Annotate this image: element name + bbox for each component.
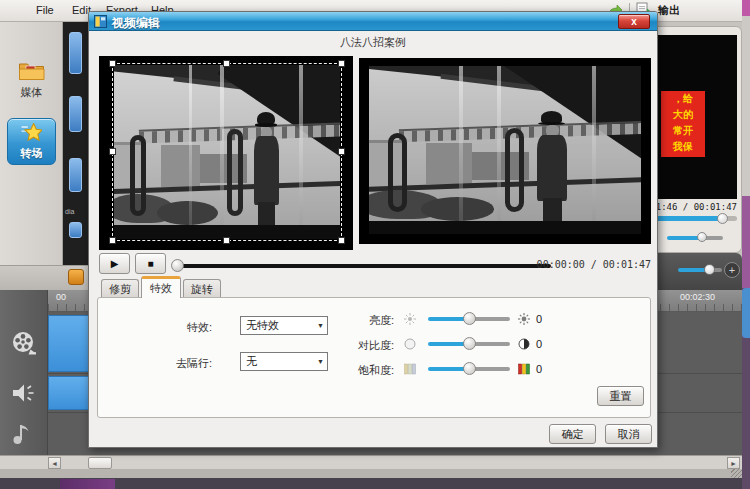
subtitle-overlay: ，给 大的 常开 我保 — [661, 91, 705, 157]
video-frame-scene — [369, 66, 641, 234]
brightness-low-icon — [404, 313, 416, 325]
track-headers — [0, 290, 48, 455]
volume-slider[interactable] — [667, 236, 723, 240]
effect-value: 无特效 — [246, 319, 279, 331]
clip-title: 八法八招案例 — [89, 35, 657, 50]
deinterlace-value: 无 — [246, 355, 257, 367]
desktop-edge-right — [742, 0, 750, 489]
saturation-slider[interactable] — [428, 367, 510, 371]
subtitle-line: 我保 — [661, 139, 705, 155]
scene-shape — [369, 221, 641, 234]
scene-shape — [505, 128, 524, 212]
desktop-wallpaper — [60, 479, 115, 489]
scroll-right-button[interactable]: ► — [727, 457, 740, 469]
library-item-label: dia — [65, 208, 74, 215]
dialog-icon — [94, 15, 107, 28]
ruler-start-label: 00 — [56, 292, 66, 302]
play-button[interactable]: ▶ — [99, 253, 130, 274]
menu-file[interactable]: File — [36, 4, 54, 16]
effect-label: 特效: — [138, 320, 212, 335]
output-button[interactable]: 输出 — [658, 3, 680, 18]
tab-effects[interactable]: 特效 — [141, 276, 181, 298]
volume-handle[interactable] — [697, 232, 707, 242]
scene-shape — [114, 225, 340, 239]
saturation-label: 饱和度: — [294, 363, 394, 378]
subtitle-line: 大的 — [661, 107, 705, 123]
media-label: 媒体 — [0, 85, 63, 100]
resize-grip[interactable] — [731, 469, 742, 478]
contrast-value: 0 — [536, 338, 542, 350]
status-bar — [0, 469, 742, 478]
scene-shape — [157, 201, 218, 225]
library-thumbnail[interactable] — [69, 32, 82, 74]
scene-shape — [227, 129, 243, 216]
star-icon — [21, 123, 42, 143]
zoom-handle[interactable] — [704, 264, 715, 275]
library-thumbnail[interactable] — [69, 158, 82, 192]
contrast-slider[interactable] — [428, 342, 510, 346]
brightness-high-icon — [518, 313, 530, 325]
scene-shape — [426, 143, 472, 183]
scene-shape — [388, 133, 407, 212]
subtitle-line: ，给 — [661, 91, 705, 107]
timeline-tool-icon[interactable] — [68, 269, 84, 285]
cancel-button[interactable]: 取消 — [605, 424, 652, 444]
stop-button[interactable]: ■ — [135, 253, 166, 274]
dialog-time-display: 00:00:00 / 00:01:47 — [469, 259, 651, 270]
ruler-time-label: 00:02:30 — [680, 292, 715, 302]
left-sidebar: 媒体 转场 — [0, 22, 63, 288]
video-frame-scene — [114, 65, 340, 239]
contrast-handle[interactable] — [463, 337, 476, 350]
video-edit-dialog: 视频编辑 x 八法八招案例 — [88, 11, 658, 448]
media-button[interactable]: 媒体 — [0, 60, 63, 118]
close-button[interactable]: x — [618, 14, 650, 29]
contrast-low-icon — [404, 338, 416, 350]
scene-shape — [497, 66, 501, 234]
library-thumbnail[interactable] — [69, 222, 82, 238]
tab-trim[interactable]: 修剪 — [101, 279, 139, 298]
brightness-slider[interactable] — [428, 317, 510, 321]
saturation-high-icon — [518, 363, 530, 375]
app-window: File Edit Export Help 输出 媒体 — [0, 0, 750, 489]
desktop-wallpaper — [742, 0, 750, 16]
scene-shape — [161, 145, 199, 187]
brightness-value: 0 — [536, 313, 542, 325]
library-thumbnail[interactable] — [69, 96, 82, 132]
timeline-scrollbar[interactable]: ◄ ► — [0, 455, 742, 469]
scene-shape — [220, 65, 224, 239]
video-track-icon — [11, 330, 37, 356]
reset-button[interactable]: 重置 — [597, 386, 644, 406]
dialog-seek-handle[interactable] — [171, 259, 184, 272]
desktop-wallpaper — [742, 338, 750, 489]
scene-shape — [421, 197, 494, 221]
scene-shape — [459, 66, 463, 234]
dialog-titlebar[interactable]: 视频编辑 x — [89, 12, 657, 31]
brightness-handle[interactable] — [463, 312, 476, 325]
folder-icon — [18, 60, 45, 81]
subtitle-line: 常开 — [661, 123, 705, 139]
scene-shape — [592, 66, 596, 234]
tab-rotate[interactable]: 旋转 — [183, 279, 221, 298]
saturation-value: 0 — [536, 363, 542, 375]
zoom-in-button[interactable]: + — [724, 262, 740, 278]
transitions-button[interactable]: 转场 — [7, 118, 56, 165]
saturation-handle[interactable] — [463, 362, 476, 375]
result-preview — [359, 58, 651, 244]
desktop-edge-bottom — [0, 478, 750, 489]
ok-button[interactable]: 确定 — [549, 424, 596, 444]
transitions-label: 转场 — [8, 146, 55, 161]
seek-handle[interactable] — [717, 213, 728, 224]
scene-shape — [130, 135, 146, 217]
scroll-left-button[interactable]: ◄ — [48, 457, 61, 469]
music-track-icon — [11, 421, 33, 445]
scene-shape — [299, 65, 303, 239]
edit-preview[interactable] — [99, 56, 353, 250]
scene-shape — [189, 65, 193, 239]
scrollbar-thumb[interactable] — [88, 457, 112, 469]
contrast-high-icon — [518, 338, 530, 350]
timeline-zoom-slider[interactable] — [678, 268, 722, 272]
effects-panel: 特效: 无特效 ▼ 去隔行: 无 ▼ 亮度: 0 对比度: — [97, 297, 651, 418]
transition-library-strip: dia — [63, 22, 88, 288]
scene-person — [252, 112, 281, 234]
audio-track-icon — [11, 382, 36, 404]
